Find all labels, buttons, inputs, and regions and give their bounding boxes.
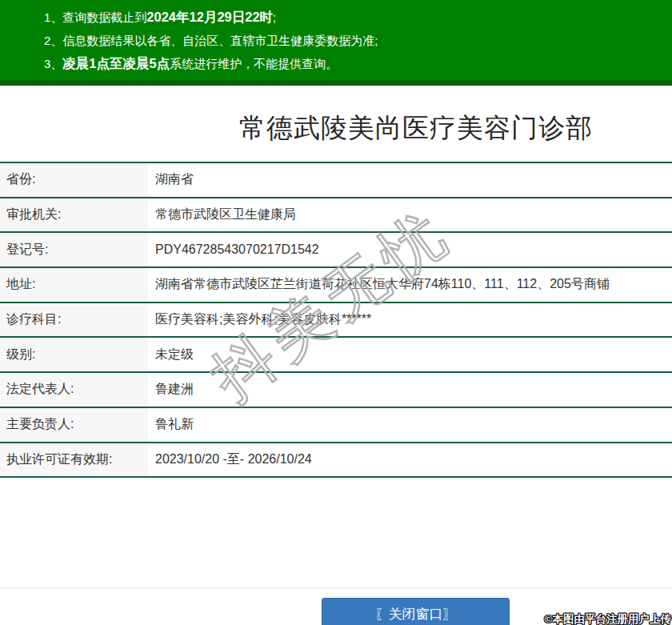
table-row-principal: 主要负责人: 鲁礼新 xyxy=(0,408,672,443)
notice-item-2: 2、信息数据结果以各省、自治区、直辖市卫生健康委数据为准; xyxy=(44,29,664,52)
table-row-registration-number: 登记号: PDY46728543070217D1542 xyxy=(0,233,672,268)
row-label: 省份: xyxy=(0,163,148,197)
row-label: 登记号: xyxy=(0,233,148,266)
table-row-approval-authority: 审批机关: 常德市武陵区卫生健康局 xyxy=(0,198,672,234)
row-label: 级别: xyxy=(0,338,148,371)
notice-number: 2、 xyxy=(44,34,62,47)
notice-number: 1、 xyxy=(44,10,62,24)
row-value: 湖南省常德市武陵区芷兰街道荷花社区恒大华府74栋110、111、112、205号… xyxy=(148,276,610,293)
notice-text: 查询数据截止到 xyxy=(62,10,146,24)
notice-number: 3、 xyxy=(44,57,62,70)
row-value: PDY46728543070217D1542 xyxy=(148,242,319,257)
row-value: 鲁礼新 xyxy=(148,416,194,433)
row-value: 鲁建洲 xyxy=(148,381,194,398)
notice-text: ; xyxy=(273,10,276,24)
copyright-watermark: ©本图由平台注册用户上传 xyxy=(545,612,671,625)
table-row-level: 级别: 未定级 xyxy=(0,338,672,373)
notice-text: 信息数据结果以各省、自治区、直辖市卫生健康委数据为准; xyxy=(62,34,378,47)
page-title: 常德武陵美尚医疗美容门诊部 xyxy=(0,110,672,146)
row-label: 地址: xyxy=(0,268,148,302)
details-table: 省份: 湖南省 审批机关: 常德市武陵区卫生健康局 登记号: PDY467285… xyxy=(0,162,672,478)
notice-text: 系统进行维护，不能提供查询。 xyxy=(170,57,338,70)
notice-item-1: 1、查询数据截止到2024年12月29日22时; xyxy=(44,6,664,29)
row-label: 诊疗科目: xyxy=(0,303,148,337)
table-row-address: 地址: 湖南省常德市武陵区芷兰街道荷花社区恒大华府74栋110、111、112、… xyxy=(0,268,672,303)
row-label: 主要负责人: xyxy=(0,408,148,442)
table-row-legal-representative: 法定代表人: 鲁建洲 xyxy=(0,373,672,408)
footer-divider xyxy=(0,587,672,588)
row-label: 执业许可证有效期: xyxy=(0,443,148,477)
notice-bold-text: 2024年12月29日22时 xyxy=(146,10,273,24)
row-value: 常德市武陵区卫生健康局 xyxy=(148,206,296,223)
table-row-license-validity: 执业许可证有效期: 2023/10/20 -至- 2026/10/24 xyxy=(0,443,672,479)
row-value: 湖南省 xyxy=(148,171,194,188)
query-result-page: 1、查询数据截止到2024年12月29日22时; 2、信息数据结果以各省、自治区… xyxy=(0,0,672,625)
notice-banner: 1、查询数据截止到2024年12月29日22时; 2、信息数据结果以各省、自治区… xyxy=(0,0,672,86)
row-value: 2023/10/20 -至- 2026/10/24 xyxy=(148,451,312,468)
row-label: 审批机关: xyxy=(0,198,148,232)
row-value: 医疗美容科;美容外科;美容皮肤科****** xyxy=(148,311,371,328)
row-label: 法定代表人: xyxy=(0,373,148,407)
notice-item-3: 3、凌晨1点至凌晨5点系统进行维护，不能提供查询。 xyxy=(44,52,664,75)
notice-bold-text: 凌晨1点至凌晨5点 xyxy=(62,56,170,70)
table-row-province: 省份: 湖南省 xyxy=(0,163,672,198)
close-window-button[interactable]: 〖关闭窗口〗 xyxy=(322,598,510,625)
table-row-treatment-subjects: 诊疗科目: 医疗美容科;美容外科;美容皮肤科****** xyxy=(0,303,672,339)
row-value: 未定级 xyxy=(148,347,194,363)
